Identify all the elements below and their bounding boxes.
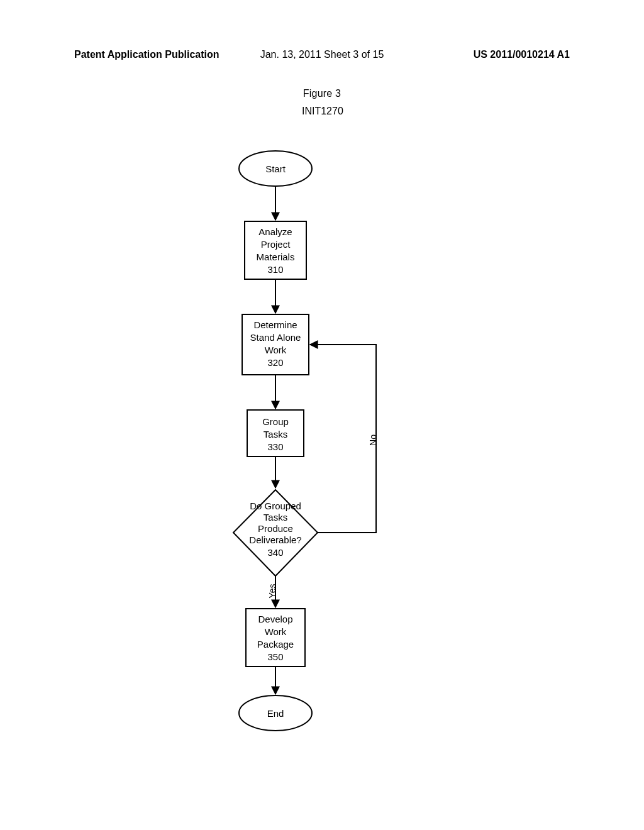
process-330-line2: Tasks: [264, 429, 287, 440]
start-label: Start: [265, 163, 286, 174]
process-310-line2: Project: [261, 239, 291, 250]
process-320-line1: Determine: [253, 319, 297, 330]
decision-340-line5: 340: [267, 547, 283, 558]
process-320-line2: Stand Alone: [250, 332, 301, 343]
process-350-line4: 350: [267, 651, 283, 662]
process-310-line1: Analyze: [258, 226, 292, 237]
edge-340-320-no: [310, 345, 376, 533]
process-320-line3: Work: [265, 345, 287, 355]
flowchart: Start Analyze Project Materials 310 Dete…: [0, 0, 644, 830]
process-350-line3: Package: [257, 639, 294, 650]
end-label: End: [267, 708, 284, 719]
edge-no-label: No: [368, 434, 378, 446]
process-350-line2: Work: [265, 626, 287, 637]
decision-340-line3: Produce: [258, 523, 293, 534]
process-310-line3: Materials: [257, 252, 295, 262]
process-310-line4: 310: [267, 264, 283, 275]
page: Patent Application Publication Jan. 13, …: [0, 0, 644, 830]
process-330-line3: 330: [267, 441, 283, 452]
process-350-line1: Develop: [258, 614, 292, 624]
decision-340-line2: Tasks: [264, 512, 287, 523]
decision-340-line1: Do Grouped: [250, 501, 301, 511]
process-320-line4: 320: [267, 357, 283, 368]
process-330-line1: Group: [262, 416, 289, 427]
decision-340-line4: Deliverable?: [249, 534, 301, 545]
edge-yes-label: Yes: [267, 584, 277, 599]
